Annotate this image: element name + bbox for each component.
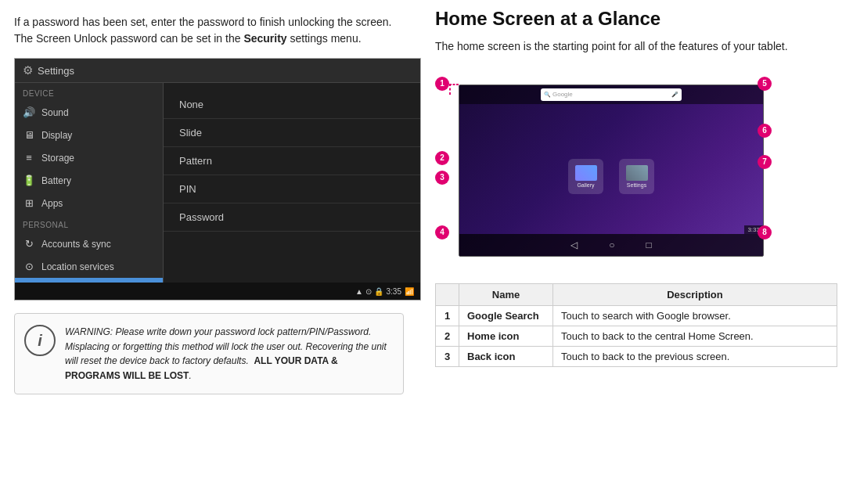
sidebar-item-apps[interactable]: ⊞ Apps [15, 192, 163, 214]
nav-recent-btn: □ [646, 239, 652, 250]
sidebar-display-label: Display [41, 130, 72, 141]
option-pattern[interactable]: Pattern [164, 147, 420, 175]
intro-text: The home screen is the starting point fo… [435, 38, 837, 55]
settings-status-bar: ▲ ⊙ 🔒 3:35 📶 [15, 283, 420, 300]
callout-1: 1 [435, 77, 449, 91]
right-panel: Home Screen at a Glance The home screen … [423, 0, 853, 504]
sidebar-accounts-label: Accounts & sync [41, 239, 111, 250]
location-icon: ⊙ [23, 261, 35, 272]
row1-name-bold: Google Search [467, 310, 539, 322]
sidebar-storage-label: Storage [41, 153, 74, 164]
intro-text-end: settings menu. [290, 32, 362, 45]
warning-period: . [189, 370, 191, 381]
homescreen-container: 1 2 3 4 5 6 7 8 🔍 Google 🎤 [435, 69, 772, 272]
warning-text-body: WARNING: Please write down your password… [65, 325, 394, 383]
callout-8: 8 [758, 225, 772, 239]
sidebar-apps-label: Apps [41, 198, 63, 209]
status-icons: ▲ ⊙ 🔒 [355, 287, 383, 296]
status-signal: 📶 [405, 287, 414, 296]
row2-num: 2 [436, 326, 459, 346]
warning-italic-text: WARNING: Please write down your password… [65, 326, 387, 366]
sidebar-location-label: Location services [41, 261, 114, 272]
sidebar-battery-label: Battery [41, 175, 71, 186]
option-password[interactable]: Password [164, 203, 420, 232]
callout-6: 6 [758, 124, 772, 138]
settings-title: Settings [38, 65, 74, 77]
google-label: Google [552, 91, 573, 98]
sidebar-item-sound[interactable]: 🔊 Sound [15, 101, 163, 124]
gallery-label: Gallery [577, 182, 594, 188]
device-section-label: DEVICE [15, 83, 163, 101]
security-bold: Security [243, 32, 286, 45]
personal-section-label: PERSONAL [15, 214, 163, 232]
sidebar-sound-label: Sound [41, 107, 69, 118]
table-header-num [436, 283, 459, 305]
page-title: Home Screen at a Glance [435, 8, 837, 31]
callout-2: 2 [435, 151, 449, 165]
info-icon: i [24, 325, 56, 356]
battery-icon: 🔋 [23, 175, 35, 186]
row2-name-bold: Home [467, 330, 495, 342]
settings-app-icon: Settings [619, 159, 654, 194]
sidebar-item-accounts[interactable]: ↻ Accounts & sync [15, 232, 163, 255]
table-row: 3 Back icon Touch to back to the previou… [436, 346, 837, 366]
option-pin[interactable]: PIN [164, 175, 420, 203]
row3-num: 3 [436, 346, 459, 366]
settings-body: DEVICE 🔊 Sound 🖥 Display ≡ Storage 🔋 Bat… [15, 83, 420, 283]
table-header-desc: Description [553, 283, 837, 305]
row2-desc: Touch to back to the central Home Screen… [553, 326, 837, 346]
sidebar-item-storage[interactable]: ≡ Storage [15, 146, 163, 169]
callout-4: 4 [435, 225, 449, 239]
row1-desc: Touch to search with Google browser. [553, 305, 837, 326]
storage-icon: ≡ [23, 152, 35, 164]
sidebar-item-battery[interactable]: 🔋 Battery [15, 169, 163, 192]
nav-back-btn: ◁ [570, 239, 578, 250]
callout-3: 3 [435, 171, 449, 185]
homescreen-navbar: ◁ ○ □ [459, 234, 763, 256]
accounts-icon: ↻ [23, 238, 35, 250]
status-time: 3:35 [387, 287, 401, 296]
settings-sidebar: DEVICE 🔊 Sound 🖥 Display ≡ Storage 🔋 Bat… [15, 83, 164, 283]
homescreen-topbar: 🔍 Google 🎤 [459, 85, 763, 104]
warning-box: i WARNING: Please write down your passwo… [14, 313, 404, 394]
settings-title-bar: ⚙ Settings [15, 59, 420, 83]
display-icon: 🖥 [23, 129, 35, 141]
google-search-bar: 🔍 Google 🎤 [541, 88, 682, 101]
table-row: 1 Google Search Touch to search with Goo… [436, 305, 837, 326]
sound-icon: 🔊 [23, 106, 35, 118]
table-header-name: Name [459, 283, 553, 305]
row3-desc: Touch to back to the previous screen. [553, 346, 837, 366]
callout-5: 5 [758, 77, 772, 91]
settings-screenshot: ⚙ Settings DEVICE 🔊 Sound 🖥 Display ≡ St… [14, 58, 421, 301]
row2-name: Home icon [459, 326, 553, 346]
sidebar-item-location[interactable]: ⊙ Location services [15, 255, 163, 278]
left-panel: If a password has been set, enter the pa… [0, 0, 423, 504]
option-none[interactable]: None [164, 91, 420, 119]
row3-name: Back icon [459, 346, 553, 366]
callout-7: 7 [758, 155, 772, 169]
nav-home-btn: ○ [609, 239, 614, 250]
settings-content: None Slide Pattern PIN Password [164, 83, 420, 283]
intro-paragraph: If a password has been set, enter the pa… [14, 14, 404, 47]
apps-icon: ⊞ [23, 197, 35, 209]
homescreen-mockup: 🔍 Google 🎤 Gallery Settings 3:33 [459, 85, 764, 257]
settings-app-label: Settings [627, 182, 646, 188]
row1-name: Google Search [459, 305, 553, 326]
description-table: Name Description 1 Google Search Touch t… [435, 283, 837, 367]
row3-name-bold: Back [467, 351, 491, 362]
gear-icon: ⚙ [23, 63, 33, 77]
row1-num: 1 [436, 305, 459, 326]
app-icons-row: Gallery Settings [459, 159, 763, 194]
sidebar-item-display[interactable]: 🖥 Display [15, 124, 163, 146]
option-slide[interactable]: Slide [164, 119, 420, 147]
table-row: 2 Home icon Touch to back to the central… [436, 326, 837, 346]
gallery-app-icon: Gallery [568, 159, 603, 194]
